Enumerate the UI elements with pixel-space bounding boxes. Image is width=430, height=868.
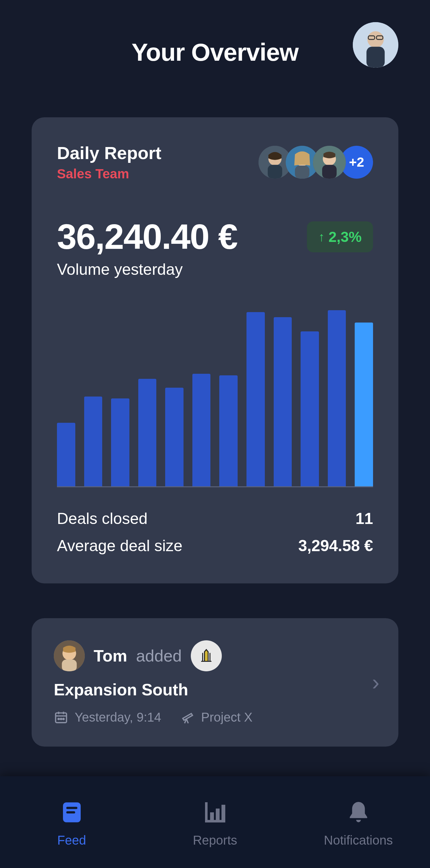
bell-icon <box>343 797 374 828</box>
calendar-icon <box>54 710 68 724</box>
chart-bar <box>192 374 211 486</box>
tab-label: Feed <box>57 833 86 847</box>
chart-bar <box>84 397 103 486</box>
activity-target: Expansion South <box>54 680 188 699</box>
svg-point-24 <box>63 718 64 720</box>
chart-bar <box>219 375 238 486</box>
svg-rect-43 <box>210 812 214 820</box>
activity-verb: added <box>136 646 182 665</box>
svg-rect-16 <box>62 660 77 671</box>
svg-line-26 <box>187 719 188 723</box>
actor-avatar <box>54 640 85 671</box>
feed-icon <box>57 797 87 828</box>
tab-feed[interactable]: Feed <box>0 797 143 847</box>
chart-bar <box>247 312 265 486</box>
chart-bar <box>111 398 130 487</box>
svg-point-22 <box>58 718 59 720</box>
kpi-label: Deals closed <box>57 509 147 528</box>
page-title: Your Overview <box>32 38 398 67</box>
tab-notifications[interactable]: Notifications <box>287 797 430 847</box>
actor-name: Tom <box>94 646 127 665</box>
kpi-value: 3,294.58 € <box>298 537 373 555</box>
activity-project: Project X <box>201 710 253 724</box>
daily-report-card[interactable]: Daily Report Sales Team +2 <box>32 117 398 583</box>
svg-rect-13 <box>322 165 337 179</box>
target-icon <box>191 640 222 671</box>
tab-label: Reports <box>193 833 237 847</box>
bar-chart-icon <box>200 797 230 828</box>
telescope-icon <box>180 710 195 724</box>
arrow-up-icon: ↑ <box>318 230 325 243</box>
svg-rect-41 <box>205 802 207 823</box>
report-title: Daily Report <box>57 143 161 163</box>
activity-card[interactable]: Tom added Expansion South Yesterday, 9:1… <box>32 618 398 747</box>
chart-bar <box>165 388 183 486</box>
tab-label: Notifications <box>324 833 393 847</box>
report-subtitle: Sales Team <box>57 166 161 182</box>
chart-bar <box>355 322 373 486</box>
team-avatar <box>313 146 346 179</box>
delta-badge: ↑ 2,3% <box>307 221 373 252</box>
header: Your Overview <box>0 0 430 67</box>
tab-bar: Feed Reports Notifications <box>0 776 430 868</box>
chart-bar <box>138 379 156 486</box>
volume-value: 36,240.40 € <box>57 216 237 257</box>
chart-bar <box>57 423 75 486</box>
volume-bar-chart <box>57 310 373 487</box>
svg-rect-10 <box>295 165 310 179</box>
svg-rect-44 <box>216 809 220 820</box>
volume-label: Volume yesterday <box>57 260 373 279</box>
svg-rect-42 <box>205 820 225 823</box>
kpi-value: 11 <box>355 509 373 528</box>
chart-bar <box>300 331 319 486</box>
chart-bar <box>328 310 346 486</box>
activity-time: Yesterday, 9:14 <box>75 710 161 724</box>
svg-point-23 <box>60 718 62 720</box>
tab-reports[interactable]: Reports <box>143 797 287 847</box>
chart-bar <box>274 317 292 486</box>
feed: Daily Report Sales Team +2 <box>0 67 430 860</box>
delta-value: 2,3% <box>328 228 362 245</box>
svg-rect-45 <box>222 805 225 820</box>
avatar-stack[interactable]: +2 <box>259 146 373 179</box>
kpi-label: Average deal size <box>57 537 182 555</box>
svg-rect-18 <box>56 713 67 723</box>
svg-rect-2 <box>366 47 385 68</box>
profile-avatar[interactable] <box>353 22 398 68</box>
chevron-right-icon: › <box>372 670 379 695</box>
svg-rect-7 <box>268 165 282 179</box>
